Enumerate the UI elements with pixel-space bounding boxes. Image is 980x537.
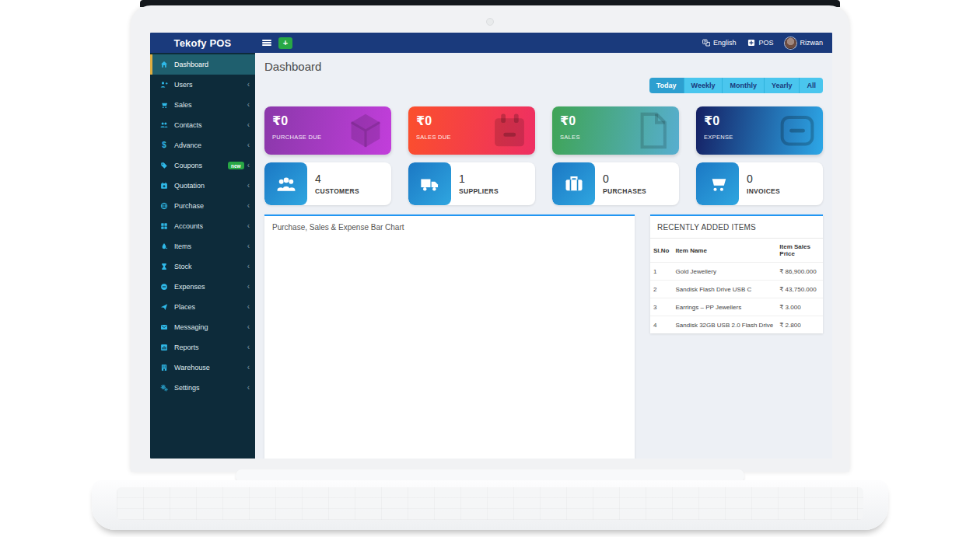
- chevron-left-icon: ‹: [247, 101, 250, 109]
- sidebar-item-items[interactable]: Items ‹: [150, 236, 255, 256]
- sidebar-item-accounts[interactable]: Accounts ‹: [150, 216, 255, 236]
- sales-due-card: ₹0 SALES DUE: [408, 106, 535, 155]
- purchases-label: PURCHASES: [603, 187, 646, 195]
- user-name: Rizwan: [800, 39, 823, 47]
- sidebar-item-reports[interactable]: Reports ‹: [150, 337, 255, 357]
- sidebar-item-expenses[interactable]: Expenses ‹: [150, 277, 255, 297]
- user-plus-icon: [160, 81, 168, 89]
- expense-card: ₹0 EXPENSE: [696, 106, 823, 155]
- briefcase-icon: [552, 162, 595, 205]
- sidebar-item-stock[interactable]: Stock ‹: [150, 256, 255, 277]
- column-header-price: Item Sales Price: [776, 239, 823, 263]
- table-row: 1 Gold Jewellery ₹ 86,900.000: [650, 263, 823, 281]
- sidebar-item-advance[interactable]: $ Advance ‹: [150, 135, 255, 155]
- customers-icon: [264, 162, 307, 205]
- chevron-left-icon: ‹: [247, 121, 250, 129]
- chevron-left-icon: ‹: [247, 182, 250, 190]
- brand-logo[interactable]: Tekofy POS: [150, 37, 255, 49]
- suppliers-count: 1: [459, 173, 499, 185]
- filter-today-button[interactable]: Today: [649, 78, 684, 93]
- sidebar-item-coupons[interactable]: Coupons new ‹: [150, 155, 255, 176]
- page-title: Dashboard: [264, 60, 823, 73]
- hamburger-menu-icon[interactable]: [262, 40, 271, 46]
- purchase-due-card: ₹0 PURCHASE DUE: [264, 106, 391, 155]
- language-menu[interactable]: English: [702, 39, 737, 47]
- quick-add-button[interactable]: +: [278, 37, 292, 49]
- filter-monthly-button[interactable]: Monthly: [723, 78, 765, 93]
- app-screen: Tekofy POS + English POS: [150, 33, 832, 459]
- sidebar-item-places[interactable]: Places ‹: [150, 297, 255, 317]
- chart-title: Purchase, Sales & Expense Bar Chart: [264, 216, 635, 239]
- sidebar-item-dashboard[interactable]: Dashboard: [150, 54, 255, 75]
- truck-icon: [408, 162, 451, 205]
- chevron-left-icon: ‹: [247, 162, 250, 169]
- bar-chart-icon: [160, 343, 168, 351]
- sidebar: Dashboard Users ‹ Sales ‹ Contacts ‹: [150, 53, 255, 459]
- chevron-left-icon: ‹: [247, 141, 250, 149]
- dollar-icon: $: [160, 141, 168, 149]
- pos-label: POS: [758, 39, 773, 47]
- pos-plus-icon: [747, 39, 755, 47]
- sidebar-item-quotation[interactable]: Quotation ‹: [150, 176, 255, 196]
- minus-square-icon: [776, 110, 818, 152]
- recent-items-title: RECENTLY ADDED ITEMS: [650, 216, 823, 239]
- filter-all-button[interactable]: All: [800, 78, 823, 93]
- stat-cards-row: ₹0 PURCHASE DUE ₹0 SALES DUE: [264, 106, 823, 155]
- user-avatar: [785, 37, 796, 49]
- column-header-slno: Sl.No: [650, 239, 672, 263]
- invoices-card: 0 INVOICES: [696, 162, 823, 205]
- chevron-left-icon: ‹: [247, 222, 250, 230]
- purchases-card: 0 PURCHASES: [552, 162, 679, 205]
- webcam: [486, 18, 494, 26]
- chevron-left-icon: ‹: [247, 202, 250, 210]
- language-label: English: [713, 39, 737, 47]
- sidebar-item-settings[interactable]: Settings ‹: [150, 378, 255, 398]
- tag-icon: [160, 162, 168, 169]
- laptop-base: [92, 480, 888, 530]
- home-icon: [160, 61, 168, 68]
- customers-label: CUSTOMERS: [315, 187, 359, 195]
- users-icon: [160, 121, 168, 129]
- pos-link[interactable]: POS: [747, 39, 773, 47]
- chevron-left-icon: ‹: [247, 364, 250, 371]
- laptop-mockup: Tekofy POS + English POS: [0, 0, 980, 537]
- user-menu[interactable]: Rizwan: [785, 37, 823, 49]
- sidebar-item-contacts[interactable]: Contacts ‹: [150, 115, 255, 135]
- sidebar-item-purchase[interactable]: Purchase ‹: [150, 196, 255, 216]
- language-icon: [702, 39, 710, 47]
- chevron-left-icon: ‹: [247, 263, 250, 270]
- filter-weekly-button[interactable]: Weekly: [684, 78, 723, 93]
- calendar-icon: [160, 182, 168, 190]
- table-row: 2 Sandisk Flash Drive USB C ₹ 43,750.000: [650, 281, 823, 298]
- chevron-left-icon: ‹: [247, 303, 250, 311]
- sidebar-item-label: Dashboard: [174, 61, 250, 68]
- recent-items-table: Sl.No Item Name Item Sales Price 1 Gold …: [650, 239, 823, 333]
- chevron-left-icon: ‹: [247, 81, 250, 89]
- suppliers-label: SUPPLIERS: [459, 187, 499, 195]
- cart-icon: [160, 101, 168, 109]
- customers-card: 4 CUSTOMERS: [264, 162, 391, 205]
- chevron-left-icon: ‹: [247, 343, 250, 351]
- sidebar-item-warehouse[interactable]: Warehouse ‹: [150, 357, 255, 378]
- sidebar-item-sales[interactable]: Sales ‹: [150, 95, 255, 115]
- chevron-left-icon: ‹: [247, 242, 250, 250]
- purchases-count: 0: [603, 173, 646, 185]
- sidebar-item-messaging[interactable]: Messaging ‹: [150, 317, 255, 337]
- sidebar-item-users[interactable]: Users ‹: [150, 75, 255, 95]
- bar-chart-panel: Purchase, Sales & Expense Bar Chart: [264, 214, 635, 459]
- chevron-left-icon: ‹: [247, 283, 250, 291]
- shopping-cart-icon: [696, 162, 739, 205]
- cube-icon: [345, 110, 387, 152]
- invoices-count: 0: [747, 173, 780, 185]
- paint-icon: [160, 242, 168, 250]
- column-header-item-name: Item Name: [672, 239, 776, 263]
- chevron-left-icon: ‹: [247, 323, 250, 331]
- hourglass-icon: [160, 263, 168, 270]
- gears-icon: [160, 384, 168, 392]
- count-cards-row: 4 CUSTOMERS 1 SUPPLIERS: [264, 162, 823, 205]
- filter-yearly-button[interactable]: Yearly: [765, 78, 800, 93]
- envelope-icon: [160, 323, 168, 331]
- calendar-minus-icon: [488, 110, 530, 152]
- table-row: 3 Earrings – PP Jewellers ₹ 3.000: [650, 298, 823, 316]
- main-content: Dashboard Today Weekly Monthly Yearly Al…: [255, 53, 832, 459]
